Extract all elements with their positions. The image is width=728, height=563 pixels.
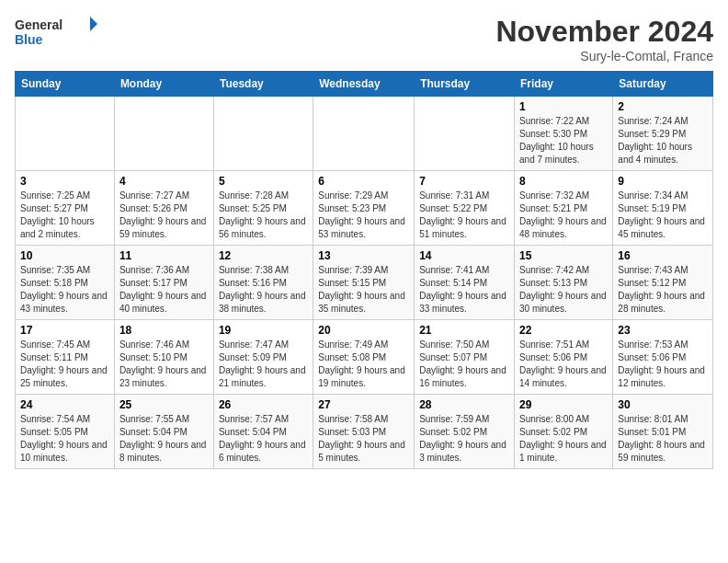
day-number: 3	[20, 175, 109, 188]
day-info: Sunrise: 7:58 AM Sunset: 5:03 PM Dayligh…	[318, 413, 409, 465]
calendar-cell: 13Sunrise: 7:39 AM Sunset: 5:15 PM Dayli…	[313, 246, 415, 320]
logo: General Blue	[15, 15, 97, 52]
day-number: 11	[119, 249, 209, 262]
calendar-cell: 20Sunrise: 7:49 AM Sunset: 5:08 PM Dayli…	[313, 320, 415, 395]
calendar-cell: 4Sunrise: 7:27 AM Sunset: 5:26 PM Daylig…	[114, 171, 213, 246]
day-info: Sunrise: 7:25 AM Sunset: 5:27 PM Dayligh…	[20, 190, 109, 241]
svg-text:Blue: Blue	[15, 32, 43, 47]
day-info: Sunrise: 7:31 AM Sunset: 5:22 PM Dayligh…	[419, 190, 509, 241]
header-row: Sunday Monday Tuesday Wednesday Thursday…	[16, 72, 713, 97]
calendar-week-1: 1Sunrise: 7:22 AM Sunset: 5:30 PM Daylig…	[16, 97, 713, 171]
day-number: 16	[618, 249, 708, 262]
day-number: 6	[318, 175, 409, 188]
svg-marker-2	[90, 17, 97, 31]
calendar-cell: 28Sunrise: 7:59 AM Sunset: 5:02 PM Dayli…	[415, 395, 515, 469]
calendar-body: 1Sunrise: 7:22 AM Sunset: 5:30 PM Daylig…	[16, 97, 713, 469]
calendar-cell	[114, 97, 213, 171]
calendar-cell: 7Sunrise: 7:31 AM Sunset: 5:22 PM Daylig…	[415, 171, 515, 246]
calendar-cell: 5Sunrise: 7:28 AM Sunset: 5:25 PM Daylig…	[213, 171, 313, 246]
day-info: Sunrise: 7:46 AM Sunset: 5:10 PM Dayligh…	[119, 339, 209, 390]
calendar-header: Sunday Monday Tuesday Wednesday Thursday…	[16, 72, 713, 97]
calendar-cell: 29Sunrise: 8:00 AM Sunset: 5:02 PM Dayli…	[515, 395, 613, 469]
calendar-week-4: 17Sunrise: 7:45 AM Sunset: 5:11 PM Dayli…	[16, 320, 713, 395]
day-info: Sunrise: 7:42 AM Sunset: 5:13 PM Dayligh…	[519, 264, 608, 316]
day-number: 24	[20, 398, 109, 411]
day-number: 23	[618, 324, 708, 337]
day-info: Sunrise: 7:39 AM Sunset: 5:15 PM Dayligh…	[318, 264, 409, 316]
calendar-cell: 6Sunrise: 7:29 AM Sunset: 5:23 PM Daylig…	[313, 171, 415, 246]
calendar-cell: 21Sunrise: 7:50 AM Sunset: 5:07 PM Dayli…	[415, 320, 515, 395]
day-number: 9	[618, 175, 708, 188]
day-info: Sunrise: 8:01 AM Sunset: 5:01 PM Dayligh…	[618, 413, 708, 465]
day-info: Sunrise: 7:43 AM Sunset: 5:12 PM Dayligh…	[618, 264, 708, 316]
col-saturday: Saturday	[613, 72, 713, 97]
calendar-cell: 11Sunrise: 7:36 AM Sunset: 5:17 PM Dayli…	[114, 246, 213, 320]
calendar-cell: 30Sunrise: 8:01 AM Sunset: 5:01 PM Dayli…	[613, 395, 713, 469]
calendar-cell	[415, 97, 515, 171]
day-number: 12	[219, 249, 308, 262]
calendar-cell: 27Sunrise: 7:58 AM Sunset: 5:03 PM Dayli…	[313, 395, 415, 469]
day-number: 13	[318, 249, 409, 262]
day-info: Sunrise: 7:29 AM Sunset: 5:23 PM Dayligh…	[318, 190, 409, 241]
day-number: 4	[119, 175, 209, 188]
calendar-cell: 14Sunrise: 7:41 AM Sunset: 5:14 PM Dayli…	[415, 246, 515, 320]
day-number: 26	[219, 398, 308, 411]
logo-svg: General Blue	[15, 15, 97, 52]
calendar-table: Sunday Monday Tuesday Wednesday Thursday…	[15, 71, 713, 469]
day-number: 28	[419, 398, 509, 411]
day-info: Sunrise: 7:22 AM Sunset: 5:30 PM Dayligh…	[519, 115, 608, 167]
calendar-cell: 17Sunrise: 7:45 AM Sunset: 5:11 PM Dayli…	[16, 320, 115, 395]
day-number: 18	[119, 324, 209, 337]
calendar-cell: 1Sunrise: 7:22 AM Sunset: 5:30 PM Daylig…	[515, 97, 613, 171]
day-info: Sunrise: 7:53 AM Sunset: 5:06 PM Dayligh…	[618, 339, 708, 390]
day-number: 14	[419, 249, 509, 262]
calendar-cell: 15Sunrise: 7:42 AM Sunset: 5:13 PM Dayli…	[515, 246, 613, 320]
calendar-cell: 9Sunrise: 7:34 AM Sunset: 5:19 PM Daylig…	[613, 171, 713, 246]
col-thursday: Thursday	[415, 72, 515, 97]
day-info: Sunrise: 7:55 AM Sunset: 5:04 PM Dayligh…	[119, 413, 209, 465]
day-info: Sunrise: 7:28 AM Sunset: 5:25 PM Dayligh…	[219, 190, 308, 241]
day-number: 25	[119, 398, 209, 411]
title-block: November 2024 Sury-le-Comtal, France	[495, 15, 713, 63]
day-number: 15	[519, 249, 608, 262]
svg-text:General: General	[15, 17, 63, 32]
day-info: Sunrise: 7:35 AM Sunset: 5:18 PM Dayligh…	[20, 264, 109, 316]
day-number: 2	[618, 100, 708, 113]
day-info: Sunrise: 7:54 AM Sunset: 5:05 PM Dayligh…	[20, 413, 109, 465]
calendar-week-2: 3Sunrise: 7:25 AM Sunset: 5:27 PM Daylig…	[16, 171, 713, 246]
day-info: Sunrise: 7:32 AM Sunset: 5:21 PM Dayligh…	[519, 190, 608, 241]
day-info: Sunrise: 7:50 AM Sunset: 5:07 PM Dayligh…	[419, 339, 509, 390]
page-header: General Blue November 2024 Sury-le-Comta…	[15, 15, 713, 63]
calendar-cell	[313, 97, 415, 171]
day-info: Sunrise: 8:00 AM Sunset: 5:02 PM Dayligh…	[519, 413, 608, 465]
day-info: Sunrise: 7:34 AM Sunset: 5:19 PM Dayligh…	[618, 190, 708, 241]
calendar-cell: 10Sunrise: 7:35 AM Sunset: 5:18 PM Dayli…	[16, 246, 115, 320]
day-number: 20	[318, 324, 409, 337]
month-title: November 2024	[495, 15, 713, 49]
calendar-cell: 24Sunrise: 7:54 AM Sunset: 5:05 PM Dayli…	[16, 395, 115, 469]
day-number: 5	[219, 175, 308, 188]
col-sunday: Sunday	[16, 72, 115, 97]
day-info: Sunrise: 7:38 AM Sunset: 5:16 PM Dayligh…	[219, 264, 308, 316]
day-info: Sunrise: 7:59 AM Sunset: 5:02 PM Dayligh…	[419, 413, 509, 465]
day-info: Sunrise: 7:51 AM Sunset: 5:06 PM Dayligh…	[519, 339, 608, 390]
day-number: 27	[318, 398, 409, 411]
col-wednesday: Wednesday	[313, 72, 415, 97]
day-info: Sunrise: 7:36 AM Sunset: 5:17 PM Dayligh…	[119, 264, 209, 316]
calendar-cell: 12Sunrise: 7:38 AM Sunset: 5:16 PM Dayli…	[213, 246, 313, 320]
day-info: Sunrise: 7:47 AM Sunset: 5:09 PM Dayligh…	[219, 339, 308, 390]
day-number: 21	[419, 324, 509, 337]
calendar-cell: 18Sunrise: 7:46 AM Sunset: 5:10 PM Dayli…	[114, 320, 213, 395]
day-number: 8	[519, 175, 608, 188]
calendar-cell: 22Sunrise: 7:51 AM Sunset: 5:06 PM Dayli…	[515, 320, 613, 395]
day-number: 19	[219, 324, 308, 337]
calendar-cell	[213, 97, 313, 171]
day-number: 7	[419, 175, 509, 188]
day-info: Sunrise: 7:57 AM Sunset: 5:04 PM Dayligh…	[219, 413, 308, 465]
day-info: Sunrise: 7:24 AM Sunset: 5:29 PM Dayligh…	[618, 115, 708, 167]
day-info: Sunrise: 7:27 AM Sunset: 5:26 PM Dayligh…	[119, 190, 209, 241]
day-number: 29	[519, 398, 608, 411]
calendar-week-5: 24Sunrise: 7:54 AM Sunset: 5:05 PM Dayli…	[16, 395, 713, 469]
calendar-cell	[16, 97, 115, 171]
day-number: 30	[618, 398, 708, 411]
